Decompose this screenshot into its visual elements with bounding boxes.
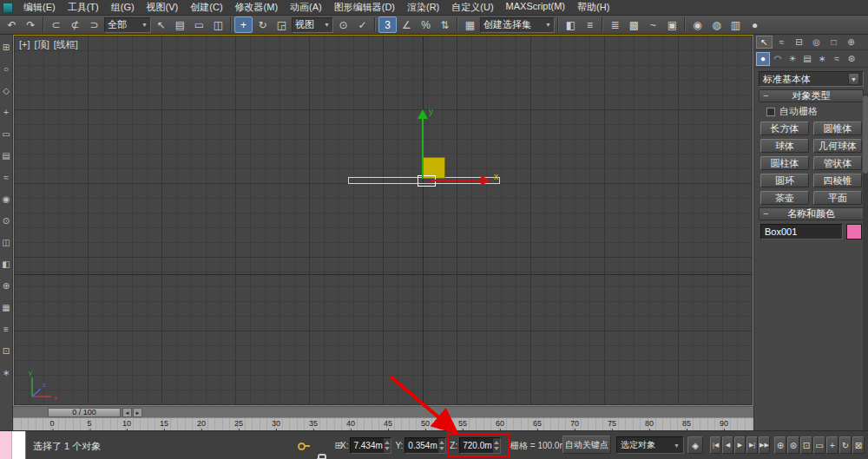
x-coordinate-field[interactable]: 7.434mm [350, 437, 391, 454]
rollout-object-type[interactable]: − 对象类型 [759, 89, 864, 102]
render-production-icon[interactable]: ● [746, 16, 764, 33]
viewport-menu-view[interactable]: [顶] [35, 39, 49, 49]
menu-rendering[interactable]: 渲染(R) [401, 0, 445, 15]
go-to-end-button[interactable]: ▶▶ [759, 436, 770, 454]
spinner-snap-toggle-icon[interactable]: ⇅ [436, 16, 454, 33]
mini-listener-script-pane[interactable] [12, 431, 25, 459]
app-icon[interactable] [3, 3, 13, 13]
left-tool-icon-06[interactable]: ▤ [1, 150, 12, 161]
menu-animation[interactable]: 动画(A) [284, 0, 328, 15]
time-slider[interactable]: 0 / 100 ◄ ► [13, 406, 753, 417]
redo-icon[interactable]: ↷ [22, 16, 40, 33]
left-tool-icon-10[interactable]: ◫ [1, 237, 12, 248]
rendered-frame-window-icon[interactable]: ▥ [727, 16, 745, 33]
tab-display[interactable]: □ [825, 36, 842, 49]
align-icon[interactable]: ≡ [581, 16, 599, 33]
gizmo-x-axis[interactable] [429, 180, 481, 181]
button-geosphere[interactable]: 几何球体 [813, 139, 862, 153]
snaps-toggle-icon[interactable]: 3 [378, 16, 397, 33]
undo-icon[interactable]: ↶ [3, 16, 21, 33]
select-and-scale-icon[interactable]: ◲ [273, 16, 291, 33]
button-cone[interactable]: 圆锥体 [813, 121, 862, 135]
schematic-view-icon[interactable]: ▣ [663, 16, 681, 33]
next-frame-arrow[interactable]: ► [133, 408, 142, 417]
button-teapot[interactable]: 茶壶 [760, 191, 809, 205]
button-torus[interactable]: 圆环 [760, 174, 809, 187]
menu-tools[interactable]: 工具(T) [62, 0, 105, 15]
menu-maxscript[interactable]: MAXScript(M) [500, 0, 571, 15]
use-pivot-point-center-icon[interactable]: ⊙ [334, 16, 352, 33]
curve-editor-icon[interactable]: ~ [644, 16, 662, 33]
selection-set-dropdown[interactable]: 选定对象 ▼ [616, 436, 684, 454]
viewport-top[interactable]: [+] [顶] [线框] y x x y z [13, 35, 753, 406]
viewport-menu-shading[interactable]: [线框] [54, 39, 78, 49]
track-bar[interactable]: 051015202530354045505560657075808590 [13, 417, 753, 430]
auto-key-button[interactable]: 自动关键点 [562, 436, 611, 454]
primitive-category-dropdown[interactable]: 标准基本体 ▼ [759, 71, 864, 87]
tab-create[interactable]: ↖ [756, 36, 773, 49]
gizmo-y-axis[interactable] [422, 119, 424, 178]
selection-filter-dropdown[interactable]: 全部▼ [104, 17, 151, 33]
button-plane[interactable]: 平面 [813, 191, 862, 205]
menu-edit[interactable]: 编辑(E) [17, 0, 62, 15]
autogrid-checkbox[interactable] [766, 108, 775, 116]
mini-listener-macro-pane[interactable] [0, 431, 12, 459]
menu-create[interactable]: 创建(C) [184, 0, 228, 15]
left-tool-icon-05[interactable]: ▭ [1, 128, 12, 140]
viewport-menu-plus[interactable]: [+] [19, 39, 30, 49]
button-box[interactable]: 长方体 [760, 121, 809, 135]
zoom-region-button[interactable]: ▭ [813, 436, 825, 454]
left-tool-icon-07[interactable]: ≈ [1, 172, 12, 183]
window-crossing-toggle-icon[interactable]: ◫ [209, 16, 227, 33]
toggle-layer-explorer-icon[interactable]: ≣ [606, 16, 624, 33]
select-and-manipulate-icon[interactable]: ✓ [353, 16, 372, 33]
object-color-swatch[interactable] [846, 224, 862, 239]
tab-motion[interactable]: ◎ [808, 36, 825, 49]
maximize-viewport-toggle-button[interactable]: ⊠ [852, 436, 865, 454]
orbit-button[interactable]: ↻ [839, 436, 852, 454]
category-lights-icon[interactable]: ☀ [786, 52, 799, 66]
button-cylinder[interactable]: 圆柱体 [760, 156, 809, 170]
spinner-icon[interactable] [437, 438, 445, 453]
time-slider-handle[interactable]: 0 / 100 [48, 408, 121, 417]
menu-group[interactable]: 组(G) [105, 0, 141, 15]
percent-snap-toggle-icon[interactable]: % [417, 16, 435, 33]
category-spacewarps-icon[interactable]: ≈ [830, 52, 844, 66]
left-tool-icon-11[interactable]: ◧ [1, 259, 12, 270]
reference-coordinate-system-dropdown[interactable]: 视图▼ [292, 17, 333, 33]
menu-help[interactable]: 帮助(H) [571, 0, 615, 15]
left-tool-icon-01[interactable]: ⊞ [1, 42, 12, 53]
left-tool-icon-02[interactable]: ○ [1, 63, 12, 75]
select-object-icon[interactable]: ↖ [152, 16, 170, 33]
set-key-icon[interactable] [297, 438, 311, 452]
zoom-all-button[interactable]: ⊛ [787, 436, 799, 454]
left-tool-icon-14[interactable]: ≡ [1, 324, 12, 335]
button-pyramid[interactable]: 四棱锥 [813, 174, 862, 187]
select-and-link-icon[interactable]: ⊂ [47, 16, 65, 33]
next-frame-button[interactable]: ▶| [746, 436, 758, 454]
unlink-selection-icon[interactable]: ⊄ [66, 16, 84, 33]
select-and-rotate-icon[interactable]: ↻ [253, 16, 272, 33]
object-name-field[interactable]: Box001 [760, 224, 843, 239]
tab-hierarchy[interactable]: ⊟ [791, 36, 807, 49]
panel-scrollbar[interactable] [863, 94, 868, 430]
left-tool-icon-04[interactable]: + [1, 107, 12, 118]
select-and-move-icon[interactable]: + [234, 16, 253, 33]
category-shapes-icon[interactable]: ◠ [771, 52, 785, 66]
key-filters-icon[interactable]: ◈ [687, 436, 703, 454]
select-by-name-icon[interactable]: ▤ [171, 16, 189, 33]
pan-button[interactable]: + [826, 436, 838, 454]
selection-lock-toggle-icon[interactable] [314, 452, 328, 459]
menu-customize[interactable]: 自定义(U) [445, 0, 499, 15]
go-to-start-button[interactable]: |◀ [710, 436, 721, 454]
button-tube[interactable]: 管状体 [813, 156, 862, 170]
material-editor-icon[interactable]: ◉ [688, 16, 707, 33]
previous-frame-arrow[interactable]: ◄ [122, 408, 132, 417]
rollout-name-and-color[interactable]: − 名称和颜色 [759, 207, 864, 220]
maxscript-mini-listener[interactable] [0, 431, 26, 459]
spinner-icon[interactable] [383, 438, 391, 453]
tab-utilities[interactable]: ⊕ [843, 36, 859, 49]
left-tool-icon-08[interactable]: ◉ [1, 193, 12, 205]
button-sphere[interactable]: 球体 [760, 139, 809, 153]
render-setup-icon[interactable]: ◍ [707, 16, 726, 33]
